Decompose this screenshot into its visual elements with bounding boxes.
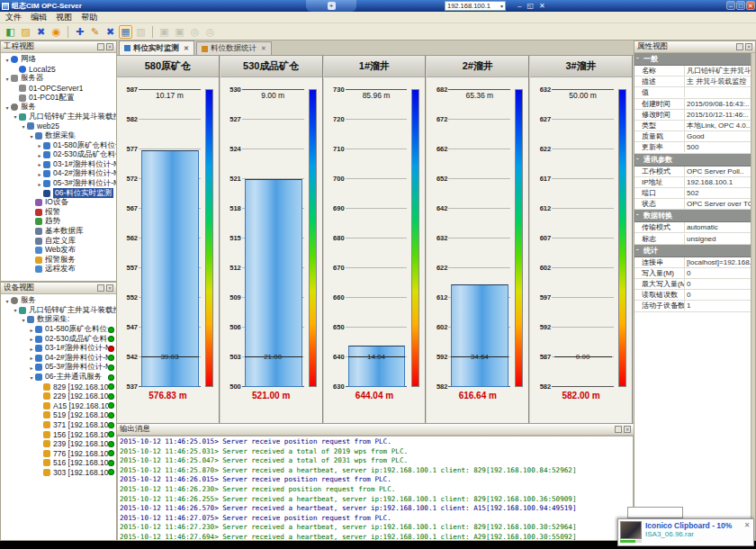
filter-input[interactable] xyxy=(627,507,683,518)
tree-item[interactable]: ▸05-3#溜井料位计-Ma xyxy=(1,363,116,373)
expand-arrow-icon[interactable]: ▾ xyxy=(4,298,11,304)
tree-item[interactable]: Local25 xyxy=(1,65,116,75)
alarm-bell-icon[interactable]: ◉ xyxy=(50,25,63,39)
tree-item[interactable]: ▸02-530成品矿仓料位计-Mar xyxy=(1,150,116,160)
add-item-icon[interactable]: ✚ xyxy=(73,25,86,39)
collapse-arrow-icon[interactable]: ▸ xyxy=(28,327,35,333)
tree-item[interactable]: ▾网络 xyxy=(1,55,116,65)
tree-item[interactable]: 报警服务 xyxy=(1,255,116,265)
tree-item[interactable]: 516 [192.168.10.. xyxy=(1,458,116,468)
expand-arrow-icon[interactable]: ▾ xyxy=(20,123,27,130)
collapse-arrow-icon[interactable]: ▸ xyxy=(36,142,43,148)
collapse-arrow-icon[interactable]: ▸ xyxy=(36,161,43,167)
collapse-arrow-icon[interactable]: ▸ xyxy=(28,355,35,361)
property-row[interactable]: 标志unsigned xyxy=(634,233,755,244)
tab-close-icon[interactable]: ✕ xyxy=(261,45,266,52)
property-row[interactable]: 质量戳Good xyxy=(634,131,755,142)
collapse-arrow-icon[interactable]: ▸ xyxy=(28,364,35,371)
tree-item[interactable]: 01-PC01配置 xyxy=(1,93,116,103)
inner-restore-icon[interactable]: ◱ xyxy=(526,2,534,10)
collapse-arrow-icon[interactable]: ▸ xyxy=(36,181,43,187)
list-view-icon[interactable]: ▦ xyxy=(119,25,132,39)
property-section-header[interactable]: 通讯参数 xyxy=(634,154,755,166)
notification-popup[interactable]: Iconico Clipboard - 10% ISA3_06.96.rar ✕ xyxy=(617,518,754,546)
expand-arrow-icon[interactable]: ▾ xyxy=(12,307,19,313)
menu-item-视图[interactable]: 视图 xyxy=(56,12,72,23)
panel-float-icon[interactable] xyxy=(736,43,743,50)
property-row[interactable]: 端口502 xyxy=(634,188,755,199)
expand-arrow-icon[interactable]: ▾ xyxy=(4,104,11,111)
panel-close-icon[interactable]: ✕ xyxy=(745,43,752,50)
property-row[interactable]: 状态OPC Server over TCP xyxy=(634,199,755,210)
expand-arrow-icon[interactable]: ▾ xyxy=(4,57,11,63)
close-button[interactable]: ✕ xyxy=(746,1,755,10)
collapse-arrow-icon[interactable]: ▸ xyxy=(36,171,43,177)
connect-db-icon[interactable]: ◧ xyxy=(4,25,17,39)
tree-item[interactable]: 01-OPCServer1 xyxy=(1,84,116,94)
property-row[interactable]: 连接串[localhost]=192.168.. xyxy=(634,257,755,268)
log-output[interactable]: 2015-10-12 11:46:25.015> Server receive … xyxy=(117,436,634,541)
tree-item[interactable]: ▸03-1#溜井料位计-Mar xyxy=(1,160,116,170)
tree-item[interactable]: 报警 xyxy=(1,208,116,218)
menu-item-文件[interactable]: 文件 xyxy=(5,12,22,23)
tree-item[interactable]: ▾凡口铅锌矿主井箕斗装载控- xyxy=(1,306,116,316)
maximize-button[interactable]: □ xyxy=(736,1,745,10)
properties-scrollbar[interactable] xyxy=(751,53,755,540)
property-row[interactable]: 读取错误数0 xyxy=(634,290,755,301)
tree-item[interactable]: 基本数据库 xyxy=(1,227,116,237)
panel-float-icon[interactable] xyxy=(97,284,104,292)
edit-item-icon[interactable]: ✎ xyxy=(88,25,102,39)
tree-item[interactable]: ▸03-1#溜井料位计-Ma xyxy=(1,344,116,354)
tree-item[interactable]: ▾凡口铅锌矿主井箕斗装载控制- xyxy=(1,112,116,122)
expand-arrow-icon[interactable]: ▾ xyxy=(28,374,35,381)
property-section-header[interactable]: 数据转换 xyxy=(634,210,755,222)
notification-title[interactable]: Iconico Clipboard - 10% xyxy=(645,521,742,530)
expand-arrow-icon[interactable]: ▾ xyxy=(20,317,27,323)
tree-item[interactable]: ▸04-2#溜井料位计-Mar xyxy=(1,169,116,179)
tree-item[interactable]: ▾数据采集: xyxy=(1,315,116,325)
tree-item[interactable]: IO设备 xyxy=(1,198,116,208)
property-row[interactable]: 创建时间2015/09/08-16:43:.. xyxy=(634,99,755,110)
disconnect-icon[interactable]: ✖ xyxy=(34,25,48,39)
session-tab[interactable]: + xyxy=(306,0,356,12)
tree-item[interactable]: 776 [192.168.10.. xyxy=(1,449,116,459)
tree-item[interactable]: ▾服务器 xyxy=(1,74,116,84)
inner-minimize-icon[interactable]: – xyxy=(518,2,521,10)
property-row[interactable]: 最大写入量(M)0 xyxy=(634,279,755,290)
panel-float-icon[interactable] xyxy=(615,426,622,433)
tree-item[interactable]: ▾服务 xyxy=(1,103,116,112)
property-row[interactable]: 工作模式OPC Server Poll.. xyxy=(634,166,755,177)
property-row[interactable]: 名称凡口铅锌矿主井箕斗装.. xyxy=(634,66,755,76)
property-row[interactable]: 类型本地Link, OPC 4.0.. xyxy=(634,121,755,131)
property-row[interactable]: 值 xyxy=(634,87,755,98)
notification-close-icon[interactable]: ✕ xyxy=(742,521,752,544)
collapse-arrow-icon[interactable]: ▸ xyxy=(36,152,43,158)
tree-item[interactable]: 156 [192.168.10.. xyxy=(1,429,116,439)
tree-item[interactable]: 229 [192.168.10.. xyxy=(1,392,116,401)
chevron-down-icon[interactable]: ▾ xyxy=(500,3,503,9)
property-section-header[interactable]: 统计 xyxy=(634,245,755,257)
tab-料位实时监测[interactable]: 料位实时监测✕ xyxy=(119,40,194,55)
tree-item[interactable]: ▸02-530成品矿仓料位计 xyxy=(1,334,116,344)
property-row[interactable]: 更新率500 xyxy=(634,142,755,153)
property-section-header[interactable]: 一般 xyxy=(634,53,755,66)
tree-item[interactable]: ▾web25 xyxy=(1,122,116,131)
tree-item[interactable]: ▸01-580原矿仓料位计-Ma xyxy=(1,325,116,335)
panel-close-icon[interactable]: ✕ xyxy=(106,43,113,50)
open-project-icon[interactable]: ▨ xyxy=(19,25,32,39)
tab-close-icon[interactable]: ✕ xyxy=(184,45,189,52)
property-row[interactable]: 活动子设备数1 xyxy=(634,301,755,311)
collapse-arrow-icon[interactable]: ▸ xyxy=(28,336,35,342)
delete-item-icon[interactable]: ✖ xyxy=(104,25,117,39)
tree-item[interactable]: Web发布 xyxy=(1,246,116,256)
tree-item[interactable]: 303 [192.168.10.. xyxy=(1,468,116,478)
property-row[interactable]: IP地址192.168.100.1 xyxy=(634,177,755,188)
tree-item[interactable]: ▸01-580原矿仓料位计-Mar xyxy=(1,140,116,150)
tree-item[interactable]: 自定义库 xyxy=(1,236,116,246)
panel-close-icon[interactable]: ✕ xyxy=(624,426,631,433)
tab-料位数据统计[interactable]: 料位数据统计✕ xyxy=(196,41,272,55)
collapse-arrow-icon[interactable]: ▸ xyxy=(28,346,35,352)
tree-item[interactable]: 趋势 xyxy=(1,217,116,227)
tree-item[interactable]: 371 [192.168.10.. xyxy=(1,420,116,430)
menu-item-帮助[interactable]: 帮助 xyxy=(81,12,97,23)
